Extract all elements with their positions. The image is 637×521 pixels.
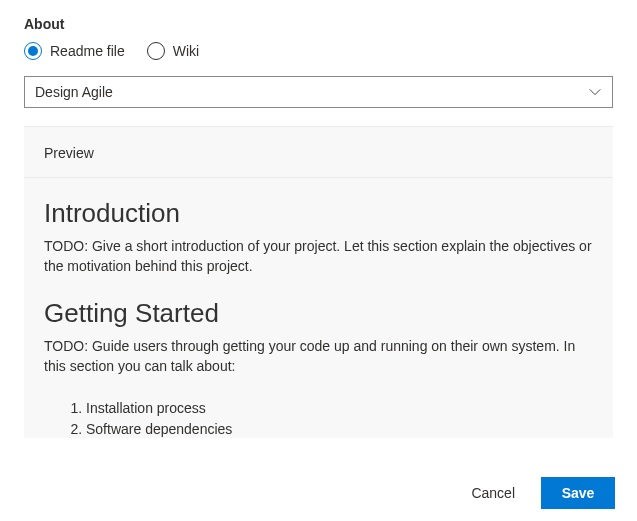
section-title: About (24, 16, 617, 32)
paragraph-introduction: TODO: Give a short introduction of your … (44, 237, 593, 276)
radio-readme-label: Readme file (50, 43, 125, 59)
list-item: Software dependencies (86, 419, 593, 438)
footer-buttons: Cancel Save (455, 477, 615, 509)
list-item: Installation process (86, 398, 593, 419)
radio-readme[interactable]: Readme file (24, 42, 125, 60)
heading-getting-started: Getting Started (44, 298, 593, 329)
chevron-down-icon (588, 85, 602, 99)
cancel-button[interactable]: Cancel (455, 477, 531, 509)
preview-body: Introduction TODO: Give a short introduc… (24, 178, 613, 438)
heading-introduction: Introduction (44, 198, 593, 229)
radio-wiki-label: Wiki (173, 43, 199, 59)
dropdown-value: Design Agile (35, 84, 113, 100)
about-source-radio-group: Readme file Wiki (24, 42, 617, 60)
radio-wiki[interactable]: Wiki (147, 42, 199, 60)
radio-selected-icon (24, 42, 42, 60)
preview-tab[interactable]: Preview (24, 127, 613, 178)
getting-started-list: Installation process Software dependenci… (86, 398, 593, 438)
readme-dropdown[interactable]: Design Agile (24, 76, 613, 108)
preview-container: Preview Introduction TODO: Give a short … (24, 126, 613, 438)
radio-unselected-icon (147, 42, 165, 60)
save-button[interactable]: Save (541, 477, 615, 509)
paragraph-getting-started: TODO: Guide users through getting your c… (44, 337, 593, 376)
